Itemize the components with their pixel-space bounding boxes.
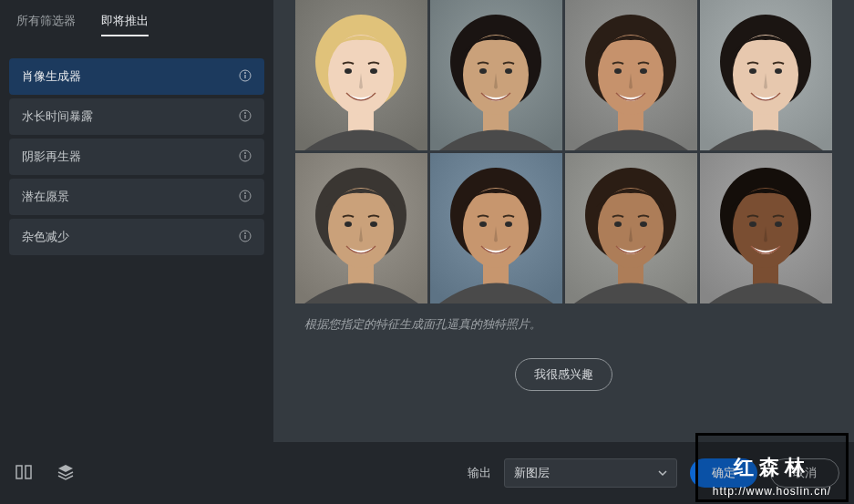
face-tile[interactable] — [430, 153, 562, 303]
svg-point-49 — [479, 221, 487, 227]
svg-point-61 — [749, 221, 756, 227]
ok-button[interactable]: 确定 — [690, 458, 757, 488]
filter-item-label: 阴影再生器 — [22, 149, 81, 165]
filter-item-label: 潜在愿景 — [22, 189, 69, 205]
svg-point-14 — [244, 232, 246, 234]
svg-rect-7 — [244, 155, 245, 159]
svg-point-50 — [505, 221, 512, 227]
svg-point-32 — [640, 68, 647, 74]
filter-list: 肖像生成器水长时间暴露阴影再生器潜在愿景杂色减少 — [0, 53, 273, 261]
filter-item-label: 水长时间暴露 — [22, 108, 93, 125]
footer-icons — [15, 463, 75, 484]
output-label: 输出 — [468, 465, 491, 481]
info-icon[interactable] — [239, 109, 252, 125]
filter-item[interactable]: 水长时间暴露 — [9, 98, 264, 135]
svg-point-44 — [370, 221, 377, 227]
face-tile[interactable] — [565, 153, 697, 303]
output-select[interactable]: 新图层 — [504, 458, 677, 488]
chevron-down-icon — [658, 468, 667, 478]
compare-icon[interactable] — [15, 463, 33, 484]
svg-point-25 — [479, 68, 487, 74]
interest-button[interactable]: 我很感兴趣 — [515, 358, 612, 391]
svg-point-19 — [345, 68, 352, 74]
filter-item[interactable]: 肖像生成器 — [9, 58, 264, 95]
svg-point-20 — [370, 68, 377, 74]
face-tile[interactable] — [430, 0, 562, 150]
svg-point-2 — [244, 72, 246, 74]
info-icon[interactable] — [239, 190, 252, 205]
svg-point-62 — [775, 221, 782, 227]
svg-rect-64 — [26, 466, 31, 478]
svg-point-55 — [614, 221, 622, 227]
svg-point-5 — [244, 112, 246, 114]
svg-point-37 — [749, 68, 756, 74]
svg-point-38 — [775, 68, 782, 74]
svg-rect-63 — [16, 466, 22, 478]
info-icon[interactable] — [239, 230, 252, 245]
filter-item[interactable]: 潜在愿景 — [9, 179, 264, 215]
face-tile[interactable] — [295, 0, 427, 150]
sidebar: 所有筛选器 即将推出 肖像生成器水长时间暴露阴影再生器潜在愿景杂色减少 — [0, 0, 273, 442]
face-tile[interactable] — [565, 0, 697, 150]
filter-item-label: 肖像生成器 — [22, 68, 81, 85]
content-panel: 根据您指定的特征生成面孔逼真的独特照片。 我很感兴趣 — [273, 0, 854, 442]
sidebar-tabs: 所有筛选器 即将推出 — [0, 13, 273, 53]
svg-point-43 — [345, 221, 352, 227]
cancel-button[interactable]: 取消 — [770, 458, 839, 488]
svg-point-31 — [614, 68, 622, 74]
svg-point-26 — [505, 68, 512, 74]
face-tile[interactable] — [295, 153, 427, 303]
output-select-value: 新图层 — [514, 465, 550, 481]
caption-text: 根据您指定的特征生成面孔逼真的独特照片。 — [304, 316, 541, 333]
filter-item-label: 杂色减少 — [22, 229, 69, 245]
filter-item[interactable]: 杂色减少 — [9, 219, 264, 255]
svg-rect-13 — [244, 235, 245, 239]
footer: 输出 新图层 确定 取消 — [0, 442, 854, 504]
face-grid — [295, 0, 832, 303]
svg-point-56 — [640, 221, 647, 227]
svg-point-8 — [244, 152, 246, 154]
filter-item[interactable]: 阴影再生器 — [9, 139, 264, 175]
svg-rect-1 — [244, 75, 245, 78]
info-icon[interactable] — [239, 69, 252, 85]
info-icon[interactable] — [239, 149, 252, 165]
tab-all-filters[interactable]: 所有筛选器 — [16, 13, 76, 35]
face-tile[interactable] — [700, 0, 832, 150]
svg-point-11 — [244, 192, 246, 194]
layers-icon[interactable] — [57, 463, 75, 484]
tab-upcoming[interactable]: 即将推出 — [101, 13, 149, 36]
svg-rect-10 — [244, 195, 245, 199]
svg-rect-4 — [244, 115, 245, 118]
face-tile[interactable] — [700, 153, 832, 303]
